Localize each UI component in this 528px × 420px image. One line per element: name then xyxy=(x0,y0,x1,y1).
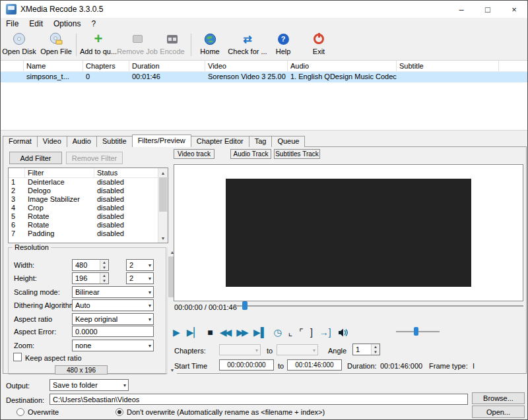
check-for-updates-button[interactable]: ⇄ Check for ... xyxy=(228,31,267,59)
overwrite-radio[interactable] xyxy=(16,408,24,416)
filter-row[interactable]: 3 Image Stabilizer disabled xyxy=(9,195,168,204)
filter-row[interactable]: 5 Rotate disabled xyxy=(9,212,168,221)
mark-out-button[interactable]: ⌜ xyxy=(299,326,304,339)
exit-button[interactable]: Exit xyxy=(306,31,332,59)
subtitles-track-button[interactable]: Subtitles Track xyxy=(274,149,320,159)
filter-col-status[interactable]: Status xyxy=(94,168,158,177)
column-subtitle[interactable]: Subtitle xyxy=(397,61,499,71)
column-name[interactable]: Name xyxy=(24,61,83,71)
tab-video[interactable]: Video xyxy=(37,136,67,147)
tab-filters-preview[interactable]: Filters/Preview xyxy=(132,135,191,147)
output-mode-dropdown[interactable]: Save to folder ▾ xyxy=(50,379,129,391)
aspect-ratio-dropdown[interactable]: Keep original ▾ xyxy=(72,313,154,325)
bracket-right-button[interactable]: ] xyxy=(310,326,313,339)
filter-row[interactable]: 7 Padding disabled xyxy=(9,229,168,238)
column-video[interactable]: Video xyxy=(205,61,288,71)
add-to-queue-button[interactable]: + Add to qu... xyxy=(80,31,117,59)
timer-button[interactable]: ◷ xyxy=(274,326,282,339)
angle-stepper[interactable]: 1 ▲ ▼ xyxy=(352,344,380,355)
scroll-up-icon[interactable]: ▲ xyxy=(158,168,168,177)
size-button[interactable]: 480 x 196 xyxy=(55,365,108,375)
scroll-down-icon[interactable]: ▼ xyxy=(158,233,168,243)
column-duration[interactable]: Duration xyxy=(129,61,205,71)
tab-subtitle[interactable]: Subtitle xyxy=(96,136,133,147)
filter-table-scrollbar[interactable]: ▲ ▼ xyxy=(158,168,168,243)
dont-overwrite-radio[interactable] xyxy=(116,408,123,416)
column-audio[interactable]: Audio xyxy=(288,61,397,71)
video-preview[interactable] xyxy=(226,179,471,287)
filter-num: 1 xyxy=(9,178,25,187)
destination-field[interactable] xyxy=(50,394,468,405)
add-filter-button[interactable]: Add Filter xyxy=(9,152,62,164)
filter-num: 6 xyxy=(9,221,25,229)
tab-format[interactable]: Format xyxy=(3,136,38,147)
spin-up-icon[interactable]: ▲ xyxy=(100,273,108,278)
tab-chapter-editor[interactable]: Chapter Editor xyxy=(191,136,249,147)
filter-num: 5 xyxy=(9,212,25,221)
width-stepper[interactable]: 480 ▲ ▼ xyxy=(72,259,109,271)
column-blank[interactable] xyxy=(1,61,24,71)
dithering-dropdown[interactable]: Auto ▾ xyxy=(72,299,154,311)
spin-down-icon[interactable]: ▼ xyxy=(100,265,108,270)
keep-aspect-ratio-checkbox[interactable] xyxy=(13,353,22,361)
job-chapters: 0 xyxy=(83,72,129,82)
aspect-error-field[interactable] xyxy=(72,326,154,337)
jump-end-button[interactable]: →] xyxy=(319,326,331,339)
width-step-dropdown[interactable]: 2 ▾ xyxy=(126,259,154,271)
spin-down-icon[interactable]: ▼ xyxy=(100,278,108,284)
stop-button[interactable]: ■ xyxy=(207,326,213,339)
minimize-button[interactable]: – xyxy=(448,1,475,18)
seek-slider-thumb[interactable] xyxy=(242,301,248,310)
filter-table-header: Filter Status xyxy=(9,168,168,178)
filter-row[interactable]: 1 Deinterlace disabled xyxy=(9,178,168,187)
seek-slider[interactable] xyxy=(233,301,523,311)
menu-file[interactable]: File xyxy=(1,19,24,28)
height-stepper[interactable]: 196 ▲ ▼ xyxy=(72,272,109,284)
volume-slider-thumb[interactable] xyxy=(414,327,418,336)
next-frame-button[interactable]: ▶▏ xyxy=(187,326,201,339)
mark-in-button[interactable]: ⌞ xyxy=(288,326,293,339)
tab-queue[interactable]: Queue xyxy=(271,136,305,147)
column-chapters[interactable]: Chapters xyxy=(83,61,129,71)
spin-down-icon[interactable]: ▼ xyxy=(372,349,380,355)
maximize-button[interactable]: □ xyxy=(475,1,501,18)
scaling-mode-dropdown[interactable]: Bilinear ▾ xyxy=(72,286,154,298)
chevron-down-icon: ▾ xyxy=(148,276,151,282)
filter-row[interactable]: 4 Crop disabled xyxy=(9,204,168,212)
volume-slider[interactable] xyxy=(396,326,440,337)
job-row-selected[interactable]: simpsons_t... 0 00:01:46 Sorenson Video … xyxy=(1,72,527,82)
start-time-field[interactable] xyxy=(219,359,274,371)
fast-forward-button[interactable]: ▶▶ xyxy=(236,326,247,339)
filter-col-name[interactable]: Filter xyxy=(25,168,94,177)
menu-options[interactable]: Options xyxy=(48,19,86,28)
play-button[interactable]: ▶ xyxy=(173,326,180,339)
video-track-button[interactable]: Video track xyxy=(174,149,214,159)
app-icon xyxy=(6,4,16,15)
spin-up-icon[interactable]: ▲ xyxy=(100,260,108,265)
help-button[interactable]: ? Help xyxy=(271,31,295,59)
tab-tag[interactable]: Tag xyxy=(249,136,273,147)
open-file-button[interactable]: Open File xyxy=(39,31,73,59)
filter-row[interactable]: 6 Rotate disabled xyxy=(9,221,168,229)
filter-row[interactable]: 2 Delogo disabled xyxy=(9,187,168,195)
zoom-dropdown[interactable]: none ▾ xyxy=(72,340,154,351)
spin-up-icon[interactable]: ▲ xyxy=(372,344,380,349)
scrollbar-thumb[interactable] xyxy=(159,177,167,212)
close-button[interactable]: × xyxy=(501,1,527,18)
audio-track-button[interactable]: Audio Track xyxy=(230,149,271,159)
step-forward-button[interactable]: ▶▌ xyxy=(253,326,267,339)
tab-audio[interactable]: Audio xyxy=(67,136,97,147)
end-time-field[interactable] xyxy=(287,359,342,371)
open-button[interactable]: Open... xyxy=(472,405,525,418)
volume-icon[interactable] xyxy=(338,328,350,338)
height-step-dropdown[interactable]: 2 ▾ xyxy=(126,272,154,284)
menu-help[interactable]: ? xyxy=(86,19,101,28)
filter-col-num[interactable] xyxy=(9,168,25,177)
menu-edit[interactable]: Edit xyxy=(24,19,48,28)
xmedia-recode-window: XMedia Recode 3.3.0.5 – □ × File Edit Op… xyxy=(0,0,528,420)
open-disk-button[interactable]: Open Disk xyxy=(2,31,36,59)
filter-status: disabled xyxy=(94,204,158,212)
browse-button[interactable]: Browse... xyxy=(472,392,525,404)
home-button[interactable]: Home xyxy=(195,31,224,59)
rewind-button[interactable]: ◀◀ xyxy=(220,326,230,339)
